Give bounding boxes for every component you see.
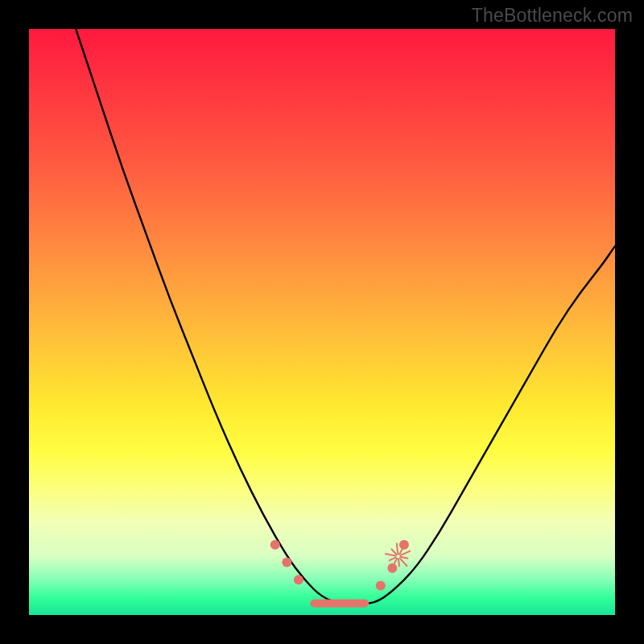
chart-frame: TheBottleneck.com xyxy=(0,0,644,644)
valley-marker xyxy=(310,599,369,607)
svg-line-5 xyxy=(386,554,396,556)
svg-line-7 xyxy=(397,543,398,554)
bottleneck-curve xyxy=(76,29,615,603)
svg-line-1 xyxy=(400,558,407,566)
chart-svg xyxy=(29,29,615,615)
svg-line-0 xyxy=(401,557,408,559)
svg-line-6 xyxy=(392,549,397,555)
marker-dot xyxy=(270,540,280,550)
marker-dot xyxy=(294,575,303,584)
svg-line-8 xyxy=(399,548,402,555)
marker-dot xyxy=(282,557,291,567)
watermark-text: TheBottleneck.com xyxy=(472,5,633,27)
curve-markers xyxy=(270,540,409,591)
marker-dot xyxy=(399,540,409,550)
svg-line-4 xyxy=(390,557,396,560)
svg-line-2 xyxy=(398,559,399,566)
marker-dot xyxy=(376,581,386,591)
svg-line-9 xyxy=(400,551,410,555)
plot-area xyxy=(29,29,615,615)
